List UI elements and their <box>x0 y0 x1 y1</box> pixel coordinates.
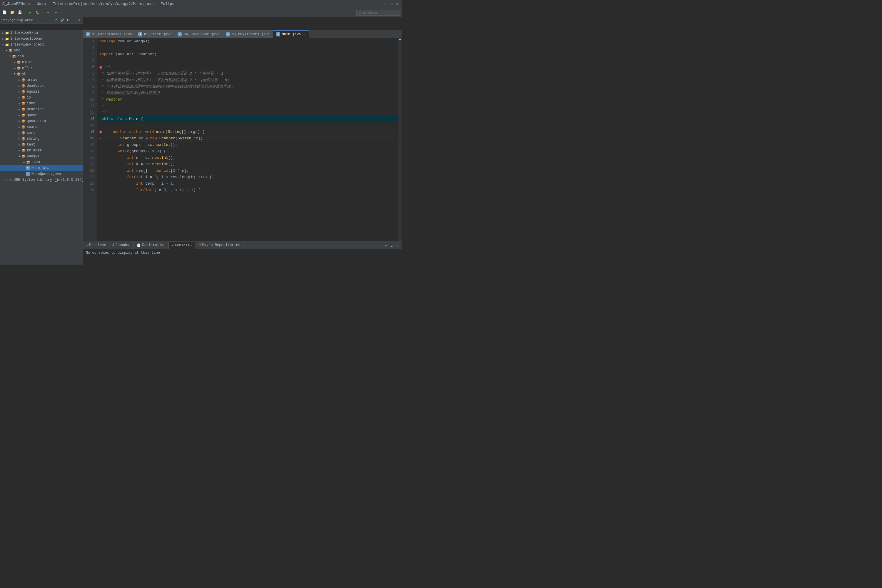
comment: * 如果当前位置<n（即左手），下次出现的位置是 2 * 当前位置 - 1 <box>99 70 223 77</box>
maximize-button[interactable]: □ <box>389 2 393 6</box>
maximize-view-icon[interactable]: □ <box>76 18 81 22</box>
sidebar-item-array[interactable]: ▶ 📦 array <box>0 77 82 83</box>
bottom-panel-controls: ☰ — □ <box>383 244 402 249</box>
save-button[interactable]: 💾 <box>16 9 23 16</box>
sidebar-item-tr-exam[interactable]: ▶ 📦 tr.exam <box>0 148 82 153</box>
code-line-23: int temp = i + 1; <box>99 180 398 187</box>
sidebar-item-io[interactable]: ▶ 📦 io <box>0 94 82 100</box>
tab-problems[interactable]: ⚠ Problems <box>83 242 110 249</box>
arrow-icon: ▶ <box>18 125 21 129</box>
forward-button[interactable]: → <box>52 9 59 16</box>
debug-button[interactable]: 🐛 <box>34 9 41 16</box>
tab-b3[interactable]: J b3_BuyTickets.java <box>223 30 273 38</box>
sidebar-item-src[interactable]: ▼ 📦 src <box>0 48 82 54</box>
arrow-icon: ▶ <box>18 78 21 82</box>
code-content[interactable]: package com.yh.wangyi; import java.util.… <box>97 38 398 241</box>
tab-javadoc[interactable]: J Javadoc <box>110 242 134 249</box>
sidebar-item-label: exam <box>32 160 40 164</box>
arrow-icon: ▶ <box>1 31 5 35</box>
keyword: int <box>145 187 152 194</box>
sidebar-item-label: com <box>17 54 24 58</box>
sidebar-item-com[interactable]: ▼ 📦 com <box>0 54 82 59</box>
tab-maven[interactable]: M Maven Repositories <box>196 242 243 249</box>
sidebar-item-interviewexam[interactable]: ▶ 📁 InterviewExam <box>0 30 82 36</box>
sidebar-item-yh[interactable]: ▼ 📦 yh <box>0 71 82 77</box>
quick-access-input[interactable] <box>356 10 400 16</box>
sidebar-item-exam[interactable]: ▶ 📦 exam <box>0 159 82 165</box>
collapse-all-icon[interactable]: ⊟ <box>54 18 59 22</box>
code-line-14 <box>99 122 398 129</box>
sidebar-item-offer[interactable]: ▶ 📦 offer <box>0 65 82 71</box>
sidebar-item-label: niuke <box>22 60 33 64</box>
src-icon: 📦 <box>8 48 13 53</box>
code-line-19: int n = sc.nextInt(); <box>99 154 398 161</box>
sidebar-item-practice[interactable]: ▶ 📦 practice <box>0 106 82 112</box>
line-num: 23 <box>83 180 97 187</box>
sidebar-item-mainqueue-java[interactable]: ▶ J MainQueue.java <box>0 171 82 177</box>
sidebar-item-equals[interactable]: ▶ 📦 equals <box>0 89 82 94</box>
breakpoint-marker <box>99 66 102 69</box>
sidebar-item-string[interactable]: ▶ 📦 string <box>0 136 82 142</box>
sidebar-item-label: JRE System Library [jdk1.8.0_102] <box>14 178 83 182</box>
sidebar-item-deadlock[interactable]: ▶ 📦 deadLock <box>0 83 82 89</box>
tab-main[interactable]: J Main.java ✕ <box>273 30 309 38</box>
minimize-button[interactable]: — <box>383 2 387 6</box>
line-numbers: 1 2 3 4 5 6 7 8 9 10 11 12 13 14 15 16 1 <box>83 38 97 241</box>
java-icon: J <box>276 32 280 36</box>
link-with-editor-icon[interactable]: 🔗 <box>60 18 64 22</box>
sidebar-item-queue[interactable]: ▶ 📦 queue <box>0 112 82 118</box>
bottom-panel-maximize-icon[interactable]: □ <box>395 244 400 249</box>
new-button[interactable]: 📄 <box>1 9 8 16</box>
keyword: int <box>118 142 124 148</box>
sidebar-item-main-java[interactable]: ▶ J Main.java <box>0 165 82 171</box>
keyword: while <box>118 148 129 154</box>
sidebar-item-label: string <box>27 137 39 141</box>
bottom-panel-menu-icon[interactable]: ☰ <box>383 244 388 249</box>
code-line-2 <box>99 45 398 51</box>
arrow-icon: ▶ <box>18 137 21 141</box>
back-button[interactable]: ← <box>45 9 51 16</box>
sidebar-item-wangyi[interactable]: ▼ 📦 wangyi <box>0 153 82 159</box>
sidebar-item-test[interactable]: ▶ 📦 test <box>0 142 82 148</box>
line-num: 24 <box>83 187 97 194</box>
class-name: Scanner <box>159 135 176 142</box>
declaration-icon: 📋 <box>136 243 141 248</box>
minimize-view-icon[interactable]: — <box>71 18 75 22</box>
sidebar-item-interviewiodemo[interactable]: ▶ 📁 InterviewIODemo <box>0 36 82 42</box>
sidebar-item-jre[interactable]: ▶ ⚙ JRE System Library [jdk1.8.0_102] <box>0 177 82 183</box>
tab-b1[interactable]: J b1_Parenthesis.java <box>83 30 135 38</box>
toolbar: 📄 📁 💾 ▶ 🐛 ← → <box>0 8 402 17</box>
sidebar-item-niuke[interactable]: ▶ 📦 niuke <box>0 59 82 65</box>
run-button[interactable]: ▶ <box>27 9 33 16</box>
toolbar-sep-1 <box>25 10 25 15</box>
svg-text:J: J <box>27 167 28 170</box>
sidebar-item-quna-exam[interactable]: ▶ 📦 quna.exam <box>0 118 82 124</box>
keyword: new <box>154 168 161 174</box>
tab-console[interactable]: ▶ Console ✕ <box>169 242 196 249</box>
sidebar-item-sort[interactable]: ▶ 📦 sort <box>0 130 82 136</box>
open-button[interactable]: 📁 <box>9 9 15 16</box>
code-line-7: * 如果当前位置>n（即右手），下次出现的位置是 2 * （当前位置 - n） <box>99 77 398 84</box>
view-menu-icon[interactable]: ▼ <box>65 18 70 22</box>
keyword: int <box>164 168 170 174</box>
tab-label: b1_Parenthesis.java <box>92 32 132 36</box>
tab-b2[interactable]: J b2_Stack.java <box>135 30 175 38</box>
code-line-16: ➤ Scanner sc = new Scanner(System.in); <box>99 135 398 142</box>
sidebar-item-interviewproject[interactable]: ▼ 📁 InterviewProject <box>0 42 82 48</box>
tab-close-icon[interactable]: ✕ <box>191 244 193 247</box>
code-editor[interactable]: 1 2 3 4 5 6 7 8 9 10 11 12 13 14 15 16 1 <box>83 38 402 241</box>
code-line-20: int k = sc.nextInt(); <box>99 161 398 168</box>
package-icon: 📦 <box>21 107 26 112</box>
package-icon: 📦 <box>21 130 26 135</box>
keyword: int <box>136 174 143 180</box>
bottom-panel-minimize-icon[interactable]: — <box>389 244 394 249</box>
package-icon: 📦 <box>16 60 21 64</box>
close-button[interactable]: ✕ <box>395 2 399 6</box>
tab-close-icon[interactable]: ✕ <box>303 32 306 37</box>
sidebar-item-label: queue <box>27 113 38 117</box>
tab-b4[interactable]: J b4_TreeCount.java <box>175 30 222 38</box>
sidebar-item-label: practice <box>27 107 44 111</box>
tab-declaration[interactable]: 📋 Declaration <box>134 242 168 249</box>
sidebar-item-jdbc[interactable]: ▶ 📦 jdbc <box>0 100 82 106</box>
sidebar-item-search[interactable]: ▶ 📦 search <box>0 124 82 130</box>
